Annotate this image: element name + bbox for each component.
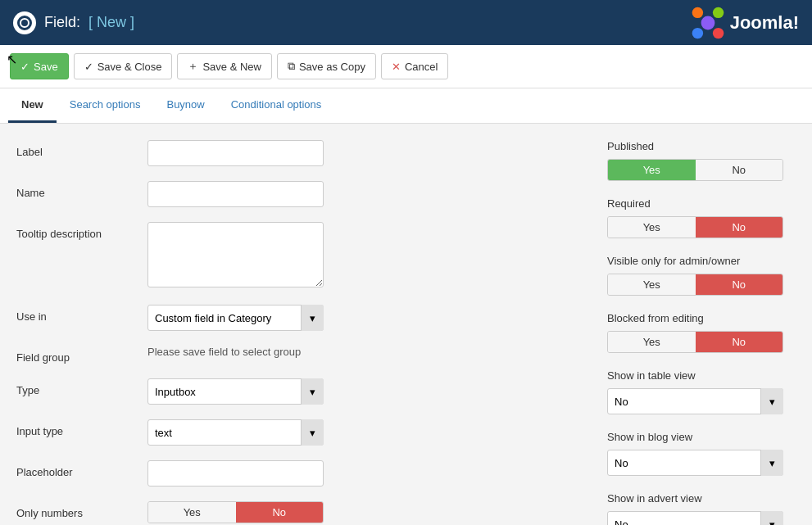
show-advert-select[interactable]: No Yes <box>607 511 783 525</box>
published-title: Published <box>607 140 796 152</box>
input-type-row: Input type text number email url tel ▾ <box>16 419 583 446</box>
placeholder-field-label: Placeholder <box>16 460 147 478</box>
blocked-section: Blocked from editing Yes No <box>607 312 796 353</box>
visible-only-toggle: Yes No <box>607 274 783 296</box>
use-in-select-wrapper: Custom field in Category Article Contact… <box>147 305 324 331</box>
name-field-label: Name <box>16 181 147 199</box>
tooltip-textarea[interactable] <box>147 222 324 287</box>
icon-inner <box>17 16 32 30</box>
svg-point-0 <box>692 7 702 17</box>
save-copy-icon: ⧉ <box>288 60 295 73</box>
name-input[interactable] <box>147 181 324 207</box>
tooltip-row: Tooltip description <box>16 222 583 290</box>
svg-point-3 <box>713 27 724 38</box>
input-type-select-wrapper: text number email url tel ▾ <box>147 419 324 446</box>
use-in-select[interactable]: Custom field in Category Article Contact… <box>147 305 324 331</box>
main-content: Label Name Tooltip description Use in <box>0 124 812 525</box>
blocked-title: Blocked from editing <box>607 312 796 324</box>
required-toggle: Yes No <box>607 216 783 238</box>
save-button[interactable]: ✓ Save <box>10 53 69 79</box>
published-no-button[interactable]: No <box>696 160 783 180</box>
blocked-no-button[interactable]: No <box>696 332 783 352</box>
field-group-row: Field group Please save field to select … <box>16 346 583 364</box>
radio-button-icon <box>13 11 36 34</box>
tab-conditional-options-label: Conditional options <box>231 98 322 111</box>
cancel-button[interactable]: ✕ Cancel <box>381 53 448 79</box>
visible-only-no-button[interactable]: No <box>696 274 783 295</box>
type-field-control: Inputbox Textarea Checkbox Radio Select … <box>147 378 583 405</box>
header: Field: [ New ] Joomla! <box>0 0 812 45</box>
field-new-label: [ New ] <box>88 14 134 31</box>
joomla-logo-svg <box>691 6 725 40</box>
published-toggle: Yes No <box>607 159 783 181</box>
joomla-logo: Joomla! <box>691 6 799 40</box>
tab-conditional-options[interactable]: Conditional options <box>218 88 335 123</box>
label-row: Label <box>16 140 583 166</box>
tab-search-options[interactable]: Search options <box>57 88 154 123</box>
save-copy-button[interactable]: ⧉ Save as Copy <box>277 53 376 79</box>
show-table-section: Show in table view No Yes ▾ <box>607 369 796 414</box>
cancel-label: Cancel <box>405 61 438 73</box>
save-new-label: Save & New <box>202 61 261 73</box>
only-numbers-row: Only numbers Yes No <box>16 501 583 523</box>
left-panel: Label Name Tooltip description Use in <box>16 140 607 525</box>
show-advert-select-wrapper: No Yes ▾ <box>607 511 783 525</box>
field-group-hint: Please save field to select group <box>147 340 301 358</box>
published-yes-button[interactable]: Yes <box>608 160 696 180</box>
type-select-wrapper: Inputbox Textarea Checkbox Radio Select … <box>147 378 324 405</box>
label-field-label: Label <box>16 140 147 158</box>
field-prefix: Field: <box>44 14 80 31</box>
tab-search-options-label: Search options <box>70 98 141 111</box>
required-no-button[interactable]: No <box>696 217 783 238</box>
field-group-label: Field group <box>16 346 147 364</box>
placeholder-input[interactable] <box>147 460 324 487</box>
blocked-yes-button[interactable]: Yes <box>608 332 696 352</box>
label-field-control <box>147 140 583 166</box>
show-table-select-wrapper: No Yes ▾ <box>607 388 783 414</box>
only-numbers-no-button[interactable]: No <box>236 502 324 523</box>
cancel-icon: ✕ <box>392 61 401 73</box>
only-numbers-yes-button[interactable]: Yes <box>148 502 236 523</box>
show-table-title: Show in table view <box>607 369 796 382</box>
tab-new-label: New <box>21 98 43 111</box>
placeholder-row: Placeholder <box>16 460 583 487</box>
show-blog-section: Show in blog view No Yes ▾ <box>607 431 796 476</box>
only-numbers-control: Yes No <box>147 501 583 523</box>
tabs-container: New Search options Buynow Conditional op… <box>0 88 812 124</box>
show-table-select[interactable]: No Yes <box>607 388 783 414</box>
name-row: Name <box>16 181 583 207</box>
joomla-logo-text: Joomla! <box>730 12 799 34</box>
show-advert-title: Show in advert view <box>607 492 796 505</box>
visible-only-section: Visible only for admin/owner Yes No <box>607 255 796 296</box>
use-in-control: Custom field in Category Article Contact… <box>147 305 583 331</box>
save-close-button[interactable]: ✓ Save & Close <box>74 53 173 79</box>
visible-only-title: Visible only for admin/owner <box>607 255 796 267</box>
blocked-toggle: Yes No <box>607 331 783 353</box>
placeholder-field-control <box>147 460 583 487</box>
only-numbers-label: Only numbers <box>16 501 147 519</box>
tab-buynow[interactable]: Buynow <box>153 88 217 123</box>
tab-new[interactable]: New <box>8 88 57 123</box>
save-new-button[interactable]: ＋ Save & New <box>177 53 272 79</box>
name-field-control <box>147 181 583 207</box>
header-title: Field: [ New ] <box>13 11 134 34</box>
svg-point-1 <box>713 7 724 17</box>
use-in-row: Use in Custom field in Category Article … <box>16 305 583 331</box>
type-field-label: Type <box>16 378 147 396</box>
required-yes-button[interactable]: Yes <box>608 217 696 238</box>
show-blog-select[interactable]: No Yes <box>607 450 783 476</box>
label-input[interactable] <box>147 140 324 166</box>
required-section: Required Yes No <box>607 197 796 238</box>
field-group-control: Please save field to select group <box>147 346 583 358</box>
save-close-label: Save & Close <box>98 61 162 73</box>
visible-only-yes-button[interactable]: Yes <box>608 274 696 295</box>
required-title: Required <box>607 197 796 210</box>
show-blog-select-wrapper: No Yes ▾ <box>607 450 783 476</box>
type-select[interactable]: Inputbox Textarea Checkbox Radio Select <box>147 378 324 405</box>
save-new-icon: ＋ <box>188 59 198 74</box>
save-copy-label: Save as Copy <box>299 61 365 73</box>
svg-point-2 <box>692 27 702 38</box>
right-panel: Published Yes No Required Yes No Visible… <box>607 140 796 525</box>
input-type-select[interactable]: text number email url tel <box>147 419 324 446</box>
use-in-label: Use in <box>16 305 147 323</box>
